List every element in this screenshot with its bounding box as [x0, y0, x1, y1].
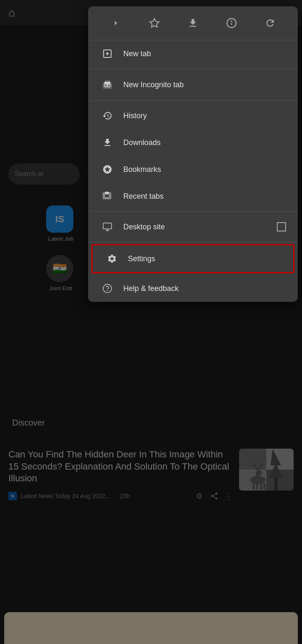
- svg-rect-35: [104, 194, 109, 197]
- history-label: History: [123, 112, 286, 120]
- menu-item-recent-tabs[interactable]: Recent tabs: [88, 183, 298, 210]
- bookmarks-icon: [100, 164, 115, 174]
- bookmarks-label: Bookmarks: [123, 165, 286, 174]
- settings-label: Settings: [128, 254, 281, 263]
- recent-tabs-label: Recent tabs: [123, 192, 286, 201]
- svg-rect-37: [103, 223, 112, 229]
- desktop-site-checkbox[interactable]: [277, 222, 286, 231]
- help-label: Help & feedback: [123, 284, 286, 293]
- refresh-button[interactable]: [261, 14, 279, 32]
- desktop-site-label: Desktop site: [123, 223, 277, 231]
- menu-item-downloads[interactable]: Downloads: [88, 129, 298, 156]
- settings-icon: [104, 254, 120, 264]
- divider-3: [88, 211, 298, 212]
- menu-item-incognito[interactable]: New Incognito tab: [88, 71, 298, 99]
- menu-item-settings[interactable]: Settings: [93, 245, 293, 272]
- download-button[interactable]: [184, 14, 202, 32]
- svg-marker-20: [150, 18, 159, 27]
- dropdown-menu: New tab New Incognito tab: [88, 6, 298, 302]
- help-icon: [100, 283, 115, 293]
- svg-point-40: [103, 284, 112, 293]
- divider-4: [88, 242, 298, 242]
- bookmark-button[interactable]: [145, 14, 164, 32]
- menu-item-help[interactable]: Help & feedback: [88, 275, 298, 302]
- new-tab-icon: [100, 49, 115, 59]
- divider-1: [88, 69, 298, 69]
- history-icon: [100, 111, 115, 121]
- menu-item-desktop-site[interactable]: Desktop site: [88, 213, 298, 240]
- info-button[interactable]: [222, 14, 241, 32]
- menu-toolbar: [88, 6, 298, 40]
- incognito-icon: [100, 79, 115, 90]
- svg-line-33: [110, 85, 111, 86]
- divider-2: [88, 100, 298, 101]
- incognito-label: New Incognito tab: [123, 80, 286, 89]
- recent-tabs-icon: [100, 191, 115, 201]
- forward-button[interactable]: [107, 14, 125, 32]
- new-tab-label: New tab: [123, 49, 286, 58]
- menu-item-bookmarks[interactable]: Bookmarks: [88, 156, 298, 183]
- menu-item-new-tab[interactable]: New tab: [88, 40, 298, 67]
- downloads-icon: [100, 138, 115, 148]
- svg-rect-36: [105, 192, 109, 194]
- downloads-label: Downloads: [123, 138, 286, 147]
- menu-item-history[interactable]: History: [88, 102, 298, 129]
- svg-rect-28: [104, 82, 110, 84]
- desktop-site-icon: [100, 222, 115, 232]
- svg-line-32: [104, 85, 104, 86]
